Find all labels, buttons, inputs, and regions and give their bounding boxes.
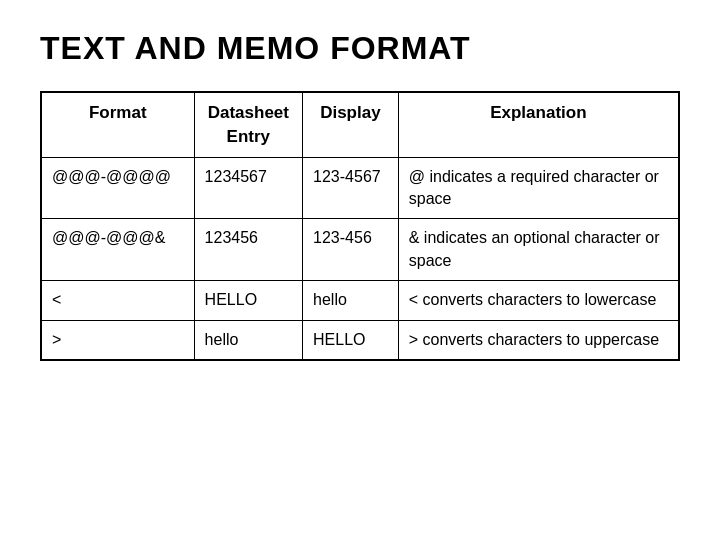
header-display: Display — [303, 92, 399, 157]
cell-display: 123-456 — [303, 219, 399, 281]
header-explanation: Explanation — [398, 92, 679, 157]
table-row: >helloHELLO> converts characters to uppe… — [41, 320, 679, 360]
table-row: @@@-@@@&123456123-456& indicates an opti… — [41, 219, 679, 281]
cell-explanation: & indicates an optional character or spa… — [398, 219, 679, 281]
format-table: Format Datasheet Entry Display Explanati… — [40, 91, 680, 361]
cell-entry: 1234567 — [194, 157, 302, 219]
cell-entry: hello — [194, 320, 302, 360]
cell-explanation: > converts characters to uppercase — [398, 320, 679, 360]
table-row: @@@-@@@@1234567123-4567@ indicates a req… — [41, 157, 679, 219]
cell-explanation: < converts characters to lowercase — [398, 281, 679, 320]
header-entry: Datasheet Entry — [194, 92, 302, 157]
cell-display: HELLO — [303, 320, 399, 360]
page-title: TEXT AND MEMO FORMAT — [40, 30, 680, 67]
cell-entry: 123456 — [194, 219, 302, 281]
table-header-row: Format Datasheet Entry Display Explanati… — [41, 92, 679, 157]
table-row: <HELLOhello< converts characters to lowe… — [41, 281, 679, 320]
cell-display: hello — [303, 281, 399, 320]
cell-format: @@@-@@@@ — [41, 157, 194, 219]
header-format: Format — [41, 92, 194, 157]
cell-explanation: @ indicates a required character or spac… — [398, 157, 679, 219]
cell-display: 123-4567 — [303, 157, 399, 219]
cell-format: < — [41, 281, 194, 320]
cell-format: @@@-@@@& — [41, 219, 194, 281]
cell-format: > — [41, 320, 194, 360]
page: TEXT AND MEMO FORMAT Format Datasheet En… — [0, 0, 720, 540]
cell-entry: HELLO — [194, 281, 302, 320]
